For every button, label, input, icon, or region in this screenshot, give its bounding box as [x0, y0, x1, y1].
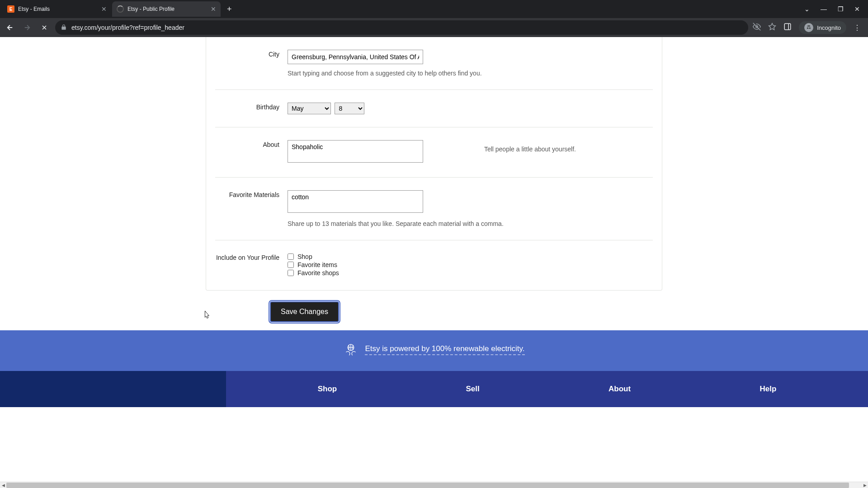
toolbar-right: Incognito ⋮ [753, 21, 864, 34]
window-controls: ⌄ — ❐ ✕ [804, 5, 868, 13]
etsy-favicon: E [7, 5, 14, 13]
eye-off-icon[interactable] [753, 23, 761, 33]
lock-icon [61, 24, 67, 32]
incognito-icon [804, 23, 813, 32]
incognito-label: Incognito [817, 24, 841, 31]
tab-title: Etsy - Public Profile [127, 6, 175, 12]
new-tab-button[interactable]: + [222, 5, 237, 14]
forward-button[interactable] [21, 21, 33, 34]
close-icon[interactable]: ✕ [101, 5, 107, 13]
stop-button[interactable] [38, 21, 51, 34]
maximize-button[interactable]: ❐ [838, 5, 844, 13]
tab-profile[interactable]: Etsy - Public Profile ✕ [112, 1, 221, 17]
svg-rect-2 [784, 23, 791, 30]
browser-chrome: E Etsy - Emails ✕ Etsy - Public Profile … [0, 0, 868, 37]
tab-title: Etsy - Emails [18, 6, 50, 12]
star-icon[interactable] [768, 23, 776, 33]
address-bar[interactable]: etsy.com/your/profile?ref=profile_header [55, 20, 748, 35]
incognito-badge[interactable]: Incognito [799, 21, 846, 34]
url-text: etsy.com/your/profile?ref=profile_header [71, 24, 184, 31]
svg-point-4 [807, 27, 809, 29]
chevron-down-icon[interactable]: ⌄ [804, 5, 810, 13]
back-button[interactable] [4, 21, 16, 34]
browser-toolbar: etsy.com/your/profile?ref=profile_header… [0, 18, 868, 37]
tab-emails[interactable]: E Etsy - Emails ✕ [3, 1, 111, 17]
tab-bar: E Etsy - Emails ✕ Etsy - Public Profile … [0, 0, 868, 18]
svg-marker-1 [769, 23, 776, 30]
close-icon[interactable]: ✕ [211, 5, 216, 13]
menu-icon[interactable]: ⋮ [854, 23, 861, 32]
minimize-button[interactable]: — [821, 5, 827, 13]
loading-spinner-icon [117, 5, 124, 13]
side-panel-icon[interactable] [783, 23, 792, 33]
svg-point-5 [809, 27, 811, 29]
close-window-button[interactable]: ✕ [854, 5, 860, 13]
